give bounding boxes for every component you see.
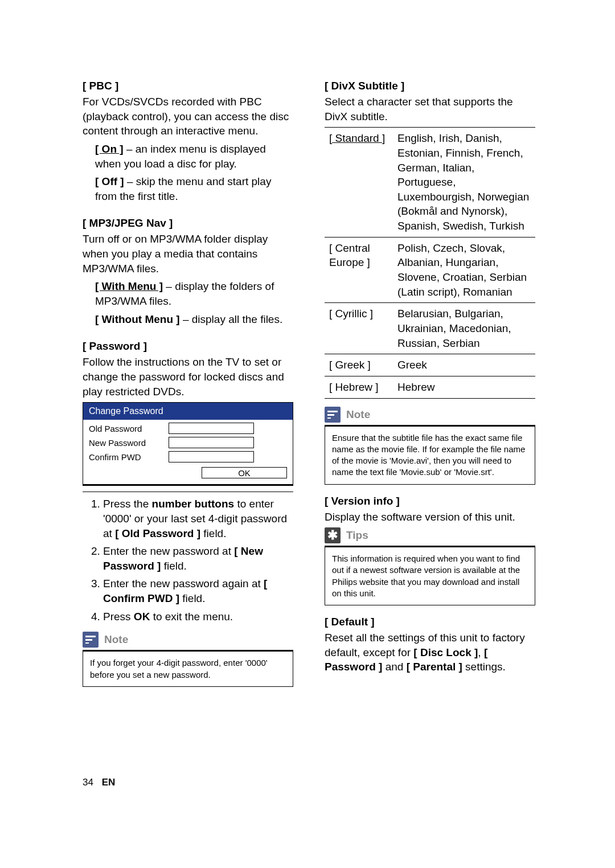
password-title: [ Password ] bbox=[83, 340, 293, 353]
subtitle-option: [ Standard ] bbox=[325, 128, 393, 237]
pbc-off-label: [ Off ] bbox=[95, 175, 124, 187]
pw-ok-row: OK bbox=[83, 462, 293, 484]
default-desc: Reset all the settings of this unit to f… bbox=[325, 630, 535, 674]
subtitle-option: [ Central Europe ] bbox=[325, 237, 393, 303]
change-password-box: Change Password Old Password New Passwor… bbox=[83, 402, 293, 486]
left-column: [ PBC ] For VCDs/SVCDs recorded with PBC… bbox=[83, 80, 293, 687]
callout-head: Note bbox=[325, 407, 535, 423]
password-note-callout: Note If you forget your 4-digit password… bbox=[83, 632, 293, 687]
confirm-pwd-field[interactable] bbox=[169, 451, 254, 462]
table-row: [ Greek ]Greek bbox=[325, 354, 535, 376]
subtitle-languages: Polish, Czech, Slovak, Albanian, Hungari… bbox=[393, 237, 535, 303]
pbc-off: [ Off ] – skip the menu and start play f… bbox=[95, 174, 293, 203]
svg-rect-4 bbox=[327, 414, 334, 416]
step-3: Enter the new password again at [ Conﬁrm… bbox=[103, 576, 293, 605]
subtitle-languages: Greek bbox=[393, 354, 535, 376]
mp3-title: [ MP3/JPEG Nav ] bbox=[83, 217, 293, 230]
change-password-header: Change Password bbox=[83, 403, 293, 420]
svg-rect-2 bbox=[85, 642, 89, 644]
subtitle-table: [ Standard ]English, Irish, Danish, Esto… bbox=[325, 127, 535, 398]
password-steps: Press the number buttons to enter '0000'… bbox=[103, 497, 293, 624]
callout-head: ✱ Tips bbox=[325, 527, 535, 543]
mp3-with-label: [ With Menu ] bbox=[95, 280, 163, 292]
subtitle-option: [ Hebrew ] bbox=[325, 376, 393, 398]
mp3-desc: Turn off or on MP3/WMA folder display wh… bbox=[83, 232, 293, 276]
new-password-label: New Password bbox=[89, 438, 169, 448]
tips-title: Tips bbox=[346, 529, 368, 542]
table-row: [ Hebrew ]Hebrew bbox=[325, 376, 535, 398]
pbc-on-label: [ On ] bbox=[95, 143, 124, 155]
step-2: Enter the new password at [ New Password… bbox=[103, 544, 293, 573]
tips-callout: ✱ Tips This information is required when… bbox=[325, 527, 535, 605]
ok-button[interactable]: OK bbox=[202, 467, 287, 478]
divx-desc: Select a character set that supports the… bbox=[325, 95, 535, 124]
mp3-without: [ Without Menu ] – display all the ﬁles. bbox=[95, 312, 293, 327]
pw-row-new: New Password bbox=[83, 434, 293, 448]
divider bbox=[83, 492, 293, 492]
pbc-title: [ PBC ] bbox=[83, 80, 293, 92]
page-footer: 34 EN bbox=[83, 777, 115, 788]
password-desc: Follow the instructions on the TV to set… bbox=[83, 355, 293, 399]
page-columns: [ PBC ] For VCDs/SVCDs recorded with PBC… bbox=[83, 80, 550, 687]
note-body: Ensure that the subtitle ﬁle has the exa… bbox=[325, 425, 535, 485]
subtitle-option: [ Greek ] bbox=[325, 354, 393, 376]
svg-rect-1 bbox=[85, 639, 92, 641]
divx-title: [ DivX Subtitle ] bbox=[325, 80, 535, 92]
svg-rect-3 bbox=[327, 411, 338, 412]
note-icon bbox=[325, 407, 341, 423]
confirm-pwd-label: Confirm PWD bbox=[89, 452, 169, 462]
svg-rect-0 bbox=[85, 636, 96, 637]
tips-icon: ✱ bbox=[325, 527, 341, 543]
pw-row-old: Old Password bbox=[83, 420, 293, 434]
table-row: [ Central Europe ]Polish, Czech, Slovak,… bbox=[325, 237, 535, 303]
subtitle-option: [ Cyrillic ] bbox=[325, 303, 393, 354]
version-title: [ Version info ] bbox=[325, 495, 535, 507]
divx-note-callout: Note Ensure that the subtitle ﬁle has th… bbox=[325, 407, 535, 485]
default-title: [ Default ] bbox=[325, 616, 535, 628]
new-password-field[interactable] bbox=[169, 437, 254, 448]
version-desc: Display the software version of this uni… bbox=[325, 510, 535, 525]
old-password-field[interactable] bbox=[169, 423, 254, 434]
table-row: [ Cyrillic ]Belarusian, Bulgarian, Ukrai… bbox=[325, 303, 535, 354]
note-icon bbox=[83, 632, 99, 648]
page-lang: EN bbox=[102, 777, 116, 788]
table-row: [ Standard ]English, Irish, Danish, Esto… bbox=[325, 128, 535, 237]
tips-body: This information is required when you wa… bbox=[325, 546, 535, 605]
right-column: [ DivX Subtitle ] Select a character set… bbox=[325, 80, 535, 687]
step-4: Press OK to exit the menu. bbox=[103, 609, 293, 624]
old-password-label: Old Password bbox=[89, 424, 169, 433]
mp3-without-text: – display all the ﬁles. bbox=[180, 313, 283, 325]
svg-rect-5 bbox=[327, 417, 331, 419]
pbc-desc: For VCDs/SVCDs recorded with PBC (playba… bbox=[83, 95, 293, 138]
subtitle-languages: English, Irish, Danish, Estonian, Finnis… bbox=[393, 128, 535, 237]
note-title: Note bbox=[346, 408, 370, 421]
mp3-with: [ With Menu ] – display the folders of M… bbox=[95, 279, 293, 308]
subtitle-languages: Belarusian, Bulgarian, Ukrainian, Macedo… bbox=[393, 303, 535, 354]
callout-head: Note bbox=[83, 632, 293, 648]
pbc-on: [ On ] – an index menu is displayed when… bbox=[95, 142, 293, 171]
page-number: 34 bbox=[83, 777, 93, 788]
subtitle-languages: Hebrew bbox=[393, 376, 535, 398]
mp3-without-label: [ Without Menu ] bbox=[95, 313, 180, 325]
note-body: If you forget your 4-digit password, ent… bbox=[83, 650, 293, 687]
step-1: Press the number buttons to enter '0000'… bbox=[103, 497, 293, 541]
note-title: Note bbox=[104, 633, 128, 646]
pw-row-confirm: Confirm PWD bbox=[83, 448, 293, 462]
